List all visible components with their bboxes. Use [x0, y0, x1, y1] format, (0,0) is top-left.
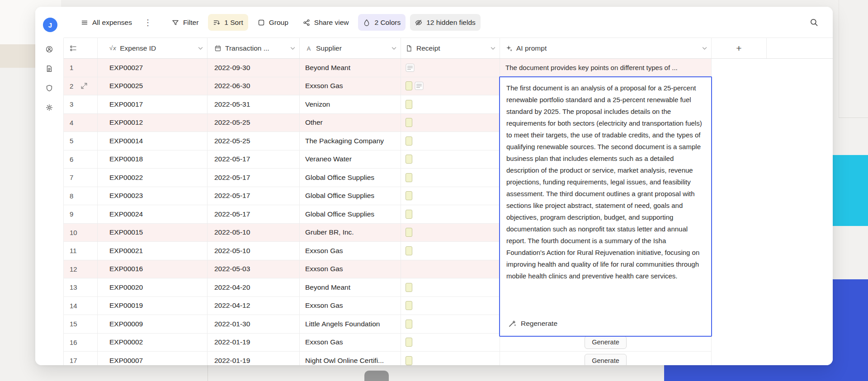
receipt-file-icon[interactable] [406, 100, 412, 109]
receipt-cell[interactable] [401, 224, 500, 242]
receipt-cell[interactable] [401, 260, 500, 278]
row-number-cell[interactable]: 1 [64, 59, 98, 77]
column-header-expense-id[interactable]: √xExpense ID [98, 38, 208, 58]
avatar[interactable]: J [43, 18, 57, 32]
supplier-cell[interactable]: Gruber BR, Inc. [300, 224, 401, 242]
user-icon[interactable] [44, 44, 54, 54]
receipt-note-icon[interactable] [415, 81, 424, 90]
receipt-cell[interactable] [401, 242, 500, 260]
regenerate-button[interactable]: Regenerate [505, 318, 560, 329]
row-number-cell[interactable]: 11 [64, 242, 98, 260]
transaction-date-cell[interactable]: 2022-01-30 [208, 315, 300, 333]
expense-id-cell[interactable]: EXP00007 [98, 352, 208, 365]
transaction-date-cell[interactable]: 2022-09-30 [208, 59, 300, 77]
receipt-cell[interactable] [401, 132, 500, 150]
expense-id-cell[interactable]: EXP00021 [98, 242, 208, 260]
row-number-cell[interactable]: 5 [64, 132, 98, 150]
receipt-file-icon[interactable] [406, 136, 412, 146]
receipt-cell[interactable] [401, 114, 500, 132]
generate-button[interactable]: Generate [585, 336, 626, 349]
expense-id-cell[interactable]: EXP00020 [98, 278, 208, 296]
expand-record-icon[interactable] [80, 82, 88, 89]
colors-button[interactable]: 2 Colors [358, 14, 406, 31]
chevron-down-icon[interactable] [702, 47, 707, 50]
supplier-cell[interactable]: Venizon [300, 95, 401, 113]
row-number-cell[interactable]: 15 [64, 315, 98, 333]
supplier-cell[interactable]: Other [300, 114, 401, 132]
column-header-supplier[interactable]: ASupplier [300, 38, 401, 58]
supplier-cell[interactable]: Exxson Gas [300, 260, 401, 278]
receipt-cell[interactable] [401, 334, 500, 352]
row-number-cell[interactable]: 16 [64, 334, 98, 352]
transaction-date-cell[interactable]: 2022-05-25 [208, 132, 300, 150]
receipt-file-icon[interactable] [406, 155, 412, 164]
expanded-ai-cell[interactable]: The first document is an analysis of a p… [499, 76, 712, 337]
supplier-cell[interactable]: Little Angels Foundation [300, 315, 401, 333]
expense-id-cell[interactable]: EXP00015 [98, 224, 208, 242]
receipt-cell[interactable] [401, 278, 500, 296]
row-number-cell[interactable]: 13 [64, 278, 98, 296]
transaction-date-cell[interactable]: 2022-05-10 [208, 224, 300, 242]
receipt-cell[interactable] [401, 59, 500, 77]
shield-icon[interactable] [44, 83, 54, 93]
supplier-cell[interactable]: Beyond Meant [300, 59, 401, 77]
row-number-cell[interactable]: 17 [64, 352, 98, 365]
receipt-file-icon[interactable] [406, 191, 412, 200]
receipt-cell[interactable] [401, 187, 500, 205]
transaction-date-cell[interactable]: 2022-05-17 [208, 205, 300, 223]
row-number-cell[interactable]: 10 [64, 224, 98, 242]
generate-button[interactable]: Generate [585, 354, 626, 365]
supplier-cell[interactable]: Exxson Gas [300, 297, 401, 315]
row-number-cell[interactable]: 8 [64, 187, 98, 205]
row-number-cell[interactable]: 6 [64, 151, 98, 169]
supplier-cell[interactable]: Exxson Gas [300, 334, 401, 352]
chevron-down-icon[interactable] [491, 47, 495, 50]
transaction-date-cell[interactable]: 2022-05-03 [208, 260, 300, 278]
receipt-file-icon[interactable] [406, 356, 412, 365]
receipt-note-icon[interactable] [406, 63, 415, 72]
expense-id-cell[interactable]: EXP00024 [98, 205, 208, 223]
supplier-cell[interactable]: Veraneo Water [300, 151, 401, 169]
supplier-cell[interactable]: Exxson Gas [300, 77, 401, 95]
group-button[interactable]: Group [253, 14, 293, 31]
hidden-fields-button[interactable]: 12 hidden fields [410, 14, 481, 31]
receipt-cell[interactable] [401, 297, 500, 315]
transaction-date-cell[interactable]: 2022-06-30 [208, 77, 300, 95]
transaction-date-cell[interactable]: 2022-05-17 [208, 151, 300, 169]
row-number-cell[interactable]: 9 [64, 205, 98, 223]
expense-id-cell[interactable]: EXP00027 [98, 59, 208, 77]
row-number-cell[interactable]: 12 [64, 260, 98, 278]
add-column-button[interactable]: + [712, 38, 767, 58]
expense-id-cell[interactable]: EXP00014 [98, 132, 208, 150]
row-number-cell[interactable]: 7 [64, 169, 98, 187]
transaction-date-cell[interactable]: 2022-05-31 [208, 95, 300, 113]
filter-button[interactable]: Filter [167, 14, 203, 31]
expense-id-cell[interactable]: EXP00016 [98, 260, 208, 278]
column-header-transaction[interactable]: Transaction ... [208, 38, 300, 58]
transaction-date-cell[interactable]: 2022-05-17 [208, 169, 300, 187]
chevron-down-icon[interactable] [198, 47, 203, 50]
receipt-cell[interactable] [401, 77, 500, 95]
row-number-cell[interactable]: 2 [64, 77, 98, 95]
chevron-down-icon[interactable] [392, 47, 396, 50]
receipt-file-icon[interactable] [406, 283, 412, 292]
document-icon[interactable] [44, 64, 54, 74]
row-number-cell[interactable]: 3 [64, 95, 98, 113]
share-view-button[interactable]: Share view [298, 14, 354, 31]
expense-id-cell[interactable]: EXP00018 [98, 151, 208, 169]
column-header-ai-prompt[interactable]: AI prompt [500, 38, 712, 58]
expense-id-cell[interactable]: EXP00012 [98, 114, 208, 132]
receipt-file-icon[interactable] [406, 320, 412, 329]
ai-prompt-cell[interactable]: The document provides key points on diff… [500, 59, 712, 77]
supplier-cell[interactable]: Exxson Gas [300, 242, 401, 260]
expense-id-cell[interactable]: EXP00002 [98, 334, 208, 352]
sort-button[interactable]: 1 Sort [208, 14, 248, 31]
gear-icon[interactable] [44, 103, 54, 113]
expense-id-cell[interactable]: EXP00009 [98, 315, 208, 333]
transaction-date-cell[interactable]: 2022-05-25 [208, 114, 300, 132]
expense-id-cell[interactable]: EXP00023 [98, 187, 208, 205]
receipt-cell[interactable] [401, 169, 500, 187]
chevron-down-icon[interactable] [290, 47, 295, 50]
supplier-cell[interactable]: Beyond Meant [300, 278, 401, 296]
transaction-date-cell[interactable]: 2022-04-12 [208, 297, 300, 315]
